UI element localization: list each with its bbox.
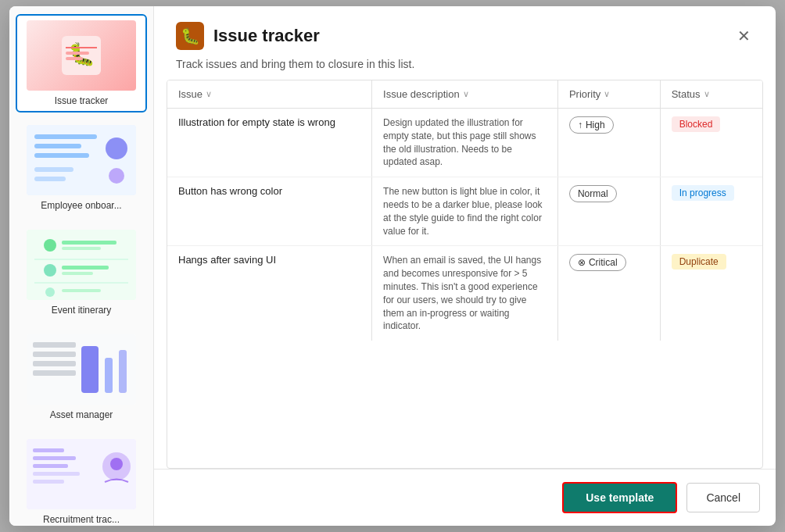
issues-table-container[interactable]: Issue ∨ Issue description ∨: [167, 80, 763, 469]
sidebar-thumb-issue-tracker: 🐛: [27, 20, 136, 91]
panel-icon: 🐛: [176, 22, 204, 50]
priority-badge-2: ⊗ Critical: [569, 254, 626, 271]
use-template-button[interactable]: Use template: [562, 482, 677, 513]
issues-table: Issue ∨ Issue description ∨: [167, 80, 762, 341]
svg-rect-26: [33, 352, 76, 357]
sort-icon-issue: ∨: [206, 89, 212, 99]
svg-point-18: [44, 264, 56, 277]
panel-title-row: 🐛 Issue tracker: [176, 22, 320, 50]
th-issue: Issue ∨: [167, 80, 372, 109]
cell-issue-1: Button has wrong color: [167, 177, 372, 246]
svg-point-14: [44, 239, 56, 252]
svg-rect-28: [33, 370, 76, 376]
svg-rect-27: [33, 361, 76, 366]
priority-icon-2: ⊗: [578, 257, 586, 268]
svg-rect-4: [66, 57, 83, 60]
svg-rect-8: [34, 153, 89, 158]
status-badge-2: Duplicate: [672, 254, 726, 270]
panel-header: 🐛 Issue tracker ✕: [154, 6, 776, 58]
cell-priority-2: ⊗ Critical: [557, 246, 660, 341]
cell-status-0: Blocked: [660, 109, 762, 177]
svg-rect-25: [33, 342, 76, 348]
svg-rect-29: [81, 346, 99, 393]
sort-icon-desc: ∨: [463, 89, 469, 99]
th-priority: Priority ∨: [557, 80, 660, 109]
cancel-button[interactable]: Cancel: [686, 483, 760, 512]
sidebar-item-event-itinerary[interactable]: Event itinerary: [16, 223, 147, 322]
svg-rect-33: [33, 448, 64, 452]
th-description-label: Issue description ∨: [383, 88, 469, 100]
sidebar-label-event-itinerary: Event itinerary: [52, 305, 112, 316]
th-priority-label: Priority ∨: [569, 88, 610, 100]
svg-rect-36: [33, 472, 80, 476]
sidebar-label-employee-onboarding: Employee onboar...: [41, 200, 121, 211]
cell-desc-0: Design updated the illustration for empt…: [372, 109, 558, 177]
table-row: Button has wrong colorThe new button is …: [167, 177, 762, 246]
table-row: Hangs after saving UIWhen an email is sa…: [167, 246, 762, 341]
sidebar-label-recruitment-tracker: Recruitment trac...: [43, 514, 120, 525]
svg-rect-11: [34, 177, 66, 181]
cell-issue-0: Illustration for empty state is wrong: [167, 109, 372, 177]
main-panel: 🐛 Issue tracker ✕ Track issues and bring…: [154, 6, 776, 526]
svg-rect-3: [66, 52, 89, 55]
svg-rect-23: [62, 289, 101, 292]
issue-tracker-thumb-svg: 🐛: [58, 32, 105, 79]
status-badge-0: Blocked: [672, 116, 721, 132]
sidebar-thumb-asset: [27, 334, 136, 405]
sidebar-item-employee-onboarding[interactable]: Employee onboar...: [16, 119, 147, 217]
sort-icon-status: ∨: [704, 89, 710, 99]
sidebar-thumb-employee: [27, 125, 136, 195]
svg-rect-6: [34, 134, 97, 139]
svg-rect-31: [119, 350, 127, 393]
svg-point-9: [106, 137, 127, 159]
sidebar-item-recruitment-tracker[interactable]: Recruitment trac...: [16, 433, 147, 526]
priority-icon-0: ↑: [578, 120, 582, 130]
recruit-thumb-svg: [27, 439, 136, 509]
asset-thumb-svg: [27, 334, 136, 405]
svg-rect-16: [62, 247, 101, 250]
svg-rect-10: [34, 167, 73, 172]
svg-rect-34: [33, 456, 76, 460]
template-sidebar: 🐛 Issue tracker: [9, 6, 154, 526]
th-description: Issue description ∨: [372, 80, 558, 109]
table-row: Illustration for empty state is wrongDes…: [167, 109, 762, 177]
priority-badge-1: Normal: [569, 185, 617, 202]
cell-priority-1: Normal: [557, 177, 660, 246]
sidebar-thumb-recruit: [27, 439, 136, 509]
sidebar-item-issue-tracker[interactable]: 🐛 Issue tracker: [16, 14, 147, 112]
cell-issue-2: Hangs after saving UI: [167, 246, 372, 341]
svg-rect-30: [105, 358, 113, 393]
panel-title: Issue tracker: [213, 26, 320, 46]
bug-icon: 🐛: [181, 27, 200, 45]
modal-overlay: 🐛 Issue tracker: [0, 0, 785, 532]
sidebar-thumb-event: [27, 230, 136, 300]
sort-icon-priority: ∨: [604, 89, 610, 99]
event-thumb-svg: [27, 230, 136, 300]
sidebar-item-asset-manager[interactable]: Asset manager: [16, 328, 147, 427]
cell-priority-0: ↑ High: [557, 109, 660, 177]
cell-status-1: In progress: [660, 177, 762, 246]
employee-thumb-svg: [27, 125, 136, 195]
svg-rect-15: [62, 241, 116, 245]
status-badge-1: In progress: [672, 185, 734, 201]
svg-point-39: [110, 458, 123, 470]
svg-point-22: [45, 287, 55, 297]
cell-status-2: Duplicate: [660, 246, 762, 341]
svg-rect-7: [34, 144, 81, 148]
priority-label-2: Critical: [589, 257, 618, 268]
svg-point-12: [109, 168, 124, 184]
cell-desc-1: The new button is light blue in color, i…: [372, 177, 558, 246]
table-header-row: Issue ∨ Issue description ∨: [167, 80, 762, 109]
priority-label-0: High: [586, 120, 605, 130]
svg-rect-37: [33, 480, 64, 484]
close-button[interactable]: ✕: [734, 23, 754, 48]
sidebar-label-asset-manager: Asset manager: [50, 409, 113, 420]
svg-rect-35: [33, 464, 68, 468]
panel-subtitle: Track issues and bring them to closure i…: [154, 58, 776, 80]
cell-desc-2: When an email is saved, the UI hangs and…: [372, 246, 558, 341]
template-modal: 🐛 Issue tracker: [9, 6, 776, 526]
svg-rect-19: [62, 266, 109, 270]
priority-label-1: Normal: [578, 188, 608, 199]
sidebar-label-issue-tracker: Issue tracker: [55, 95, 109, 106]
svg-rect-20: [62, 272, 93, 275]
